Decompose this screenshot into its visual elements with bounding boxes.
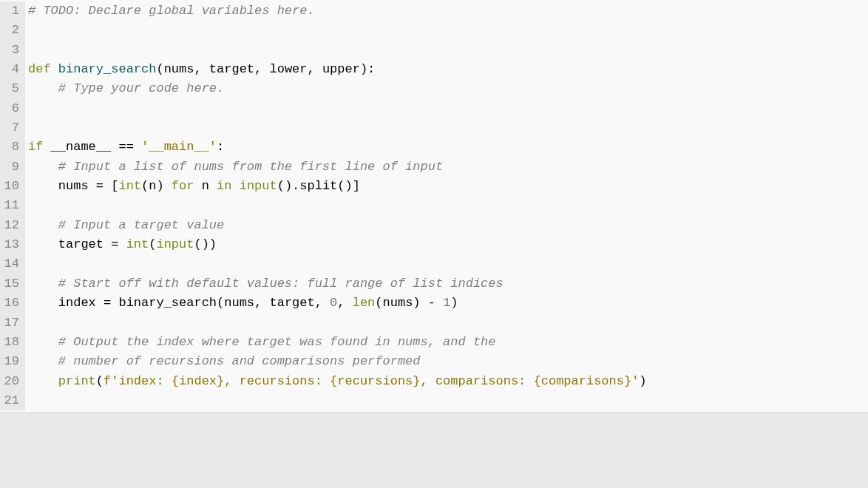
line-number: 11: [0, 196, 19, 215]
token-punct: ): [156, 179, 163, 193]
token-ident: nums: [383, 296, 413, 310]
token-punct: ): [450, 296, 458, 310]
token-ident: upper: [315, 62, 360, 76]
code-line[interactable]: target = int(input()): [28, 235, 868, 254]
token-op: =: [96, 179, 104, 193]
line-number: 16: [0, 294, 19, 313]
token-ident: split: [299, 179, 337, 193]
token-punct: ,: [315, 296, 322, 310]
token-ident: target: [28, 237, 111, 251]
line-number: 14: [0, 254, 19, 274]
token-ident: nums: [164, 62, 194, 76]
code-line[interactable]: # TODO: Declare global variables here.: [28, 1, 868, 21]
token-op: =: [104, 296, 111, 310]
code-line[interactable]: [28, 314, 868, 333]
token-comment: # number of recursions and comparisons p…: [58, 354, 421, 368]
line-number: 5: [0, 79, 19, 98]
token-builtin: print: [58, 374, 96, 388]
token-punct: ,: [194, 62, 201, 76]
code-editor[interactable]: 123456789101112131415161718192021 # TODO…: [0, 0, 868, 413]
code-line[interactable]: nums = [int(n) for n in input().split()]: [28, 177, 868, 196]
line-number: 17: [0, 314, 19, 333]
token-punct: ,: [254, 62, 262, 76]
token-keyword: if: [28, 140, 43, 154]
code-line[interactable]: [28, 391, 868, 410]
line-number: 4: [0, 60, 19, 79]
code-area[interactable]: # TODO: Declare global variables here. d…: [25, 1, 868, 410]
line-number: 2: [0, 21, 19, 40]
token-punct: ,: [254, 296, 262, 310]
token-ident: target: [262, 296, 314, 310]
token-ident: [28, 81, 58, 95]
token-ident: nums: [28, 179, 96, 193]
code-line[interactable]: [28, 21, 868, 40]
line-number: 19: [0, 352, 19, 371]
code-line[interactable]: # Input a list of nums from the first li…: [28, 157, 868, 177]
token-punct: ,: [337, 296, 345, 310]
code-line[interactable]: [28, 99, 868, 118]
code-line[interactable]: def binary_search(nums, target, lower, u…: [28, 60, 868, 79]
token-comment: # Output the index where target was foun…: [58, 335, 496, 349]
code-line[interactable]: [28, 118, 868, 138]
code-line[interactable]: print(f'index: {index}, recursions: {rec…: [28, 372, 868, 391]
code-line[interactable]: if __name__ == '__main__':: [28, 138, 868, 157]
line-number: 6: [0, 99, 19, 118]
code-line[interactable]: # number of recursions and comparisons p…: [28, 352, 868, 371]
token-ident: __name__: [43, 140, 118, 154]
token-punct: ()): [194, 237, 217, 251]
token-op: -: [428, 296, 435, 310]
token-punct: ):: [360, 62, 375, 76]
token-punct: :: [217, 140, 224, 154]
token-keyword: in: [217, 179, 231, 193]
line-number: 8: [0, 138, 19, 157]
token-comment: # Input a target value: [58, 218, 224, 232]
token-keyword: for: [172, 179, 194, 193]
token-builtin: int: [126, 237, 149, 251]
token-ident: [421, 296, 428, 310]
line-number: 7: [0, 118, 19, 138]
code-line[interactable]: # Type your code here.: [28, 79, 868, 98]
token-ident: [28, 160, 58, 174]
code-line[interactable]: [28, 41, 868, 60]
line-number-gutter: 123456789101112131415161718192021: [0, 1, 25, 410]
token-ident: [28, 335, 58, 349]
token-ident: [322, 296, 330, 310]
token-number: 1: [443, 296, 450, 310]
token-number: 0: [330, 296, 337, 310]
token-ident: [28, 277, 58, 291]
token-ident: [435, 296, 443, 310]
token-punct: (: [156, 62, 163, 76]
token-punct: [: [111, 179, 118, 193]
line-number: 18: [0, 333, 19, 352]
token-op: ==: [118, 140, 133, 154]
token-op: =: [111, 237, 118, 251]
token-punct: ().: [277, 179, 300, 193]
token-ident: n: [149, 179, 156, 193]
line-number: 12: [0, 216, 19, 235]
token-punct: (: [375, 296, 382, 310]
token-builtin: int: [118, 179, 141, 193]
token-punct: ): [413, 296, 420, 310]
token-comment: # Start off with default values: full ra…: [58, 277, 503, 291]
code-line[interactable]: # Input a target value: [28, 216, 868, 235]
code-line[interactable]: # Start off with default values: full ra…: [28, 274, 868, 294]
token-ident: [118, 237, 126, 251]
line-number: 20: [0, 372, 19, 391]
token-ident: [28, 354, 58, 368]
token-ident: [104, 179, 111, 193]
token-ident: index: [28, 296, 104, 310]
token-comment: # TODO: Declare global variables here.: [28, 4, 315, 18]
token-keyword: def: [28, 62, 51, 76]
code-line[interactable]: index = binary_search(nums, target, 0, l…: [28, 294, 868, 313]
code-line[interactable]: # Output the index where target was foun…: [28, 333, 868, 352]
code-line[interactable]: [28, 196, 868, 215]
line-number: 15: [0, 274, 19, 294]
token-string: '__main__': [141, 140, 217, 154]
line-number: 21: [0, 391, 19, 410]
token-punct: (: [217, 296, 224, 310]
token-ident: [134, 140, 141, 154]
code-line[interactable]: [28, 254, 868, 274]
token-string: f'index: {index}, recursions: {recursion…: [104, 374, 639, 388]
line-number: 9: [0, 157, 19, 177]
token-comment: # Input a list of nums from the first li…: [58, 160, 443, 174]
